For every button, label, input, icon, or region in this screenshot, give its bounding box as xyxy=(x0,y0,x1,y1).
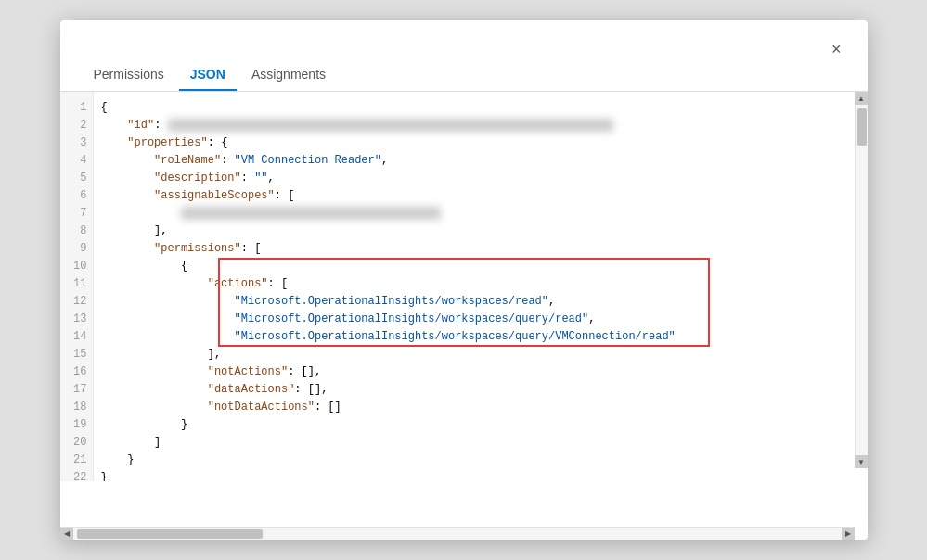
code-line-6: "assignableScopes": [ xyxy=(101,187,853,205)
code-line-5: "description": "", xyxy=(101,170,853,187)
scroll-thumb-h[interactable] xyxy=(77,529,263,539)
scroll-track-v xyxy=(856,105,868,455)
code-line-3: "properties": { xyxy=(101,134,853,152)
tab-permissions[interactable]: Permissions xyxy=(83,59,175,91)
code-line-22: } xyxy=(101,469,853,481)
code-line-16: "notActions": [], xyxy=(101,363,853,381)
code-line-20: ] xyxy=(101,434,853,452)
code-line-21: } xyxy=(101,452,853,469)
line-numbers: 12345678910111213141516171819202122 xyxy=(60,92,94,481)
code-area: { "id": "properties": { "roleName": "VM … xyxy=(94,92,868,481)
tab-assignments[interactable]: Assignments xyxy=(240,59,337,91)
scrollbar-horizontal[interactable]: ◀ ▶ xyxy=(60,527,855,540)
code-line-15: ], xyxy=(101,346,853,363)
scroll-down-arrow[interactable]: ▼ xyxy=(855,455,868,468)
scroll-thumb-v[interactable] xyxy=(857,108,867,146)
code-line-17: "dataActions": [], xyxy=(101,381,853,399)
code-line-1: { xyxy=(101,99,853,117)
dialog: × Permissions JSON Assignments 123456789… xyxy=(60,20,868,540)
code-line-12: "Microsoft.OperationalInsights/workspace… xyxy=(101,293,853,311)
code-line-18: "notDataActions": [] xyxy=(101,399,853,416)
dialog-header xyxy=(60,20,868,48)
scroll-track-h xyxy=(73,528,842,540)
scroll-right-arrow[interactable]: ▶ xyxy=(842,528,855,541)
json-inner: 12345678910111213141516171819202122 { "i… xyxy=(60,92,868,481)
code-line-19: } xyxy=(101,416,853,434)
tab-json[interactable]: JSON xyxy=(179,59,237,91)
code-line-10: { xyxy=(101,258,853,275)
code-line-9: "permissions": [ xyxy=(101,240,853,258)
json-viewer: 12345678910111213141516171819202122 { "i… xyxy=(60,92,868,481)
code-line-14: "Microsoft.OperationalInsights/workspace… xyxy=(101,328,853,346)
code-line-7 xyxy=(101,205,853,223)
scrollbar-vertical[interactable]: ▲ ▼ xyxy=(855,92,868,468)
close-button[interactable]: × xyxy=(824,37,849,61)
code-line-8: ], xyxy=(101,223,853,240)
tabs-container: Permissions JSON Assignments xyxy=(60,48,868,92)
code-line-13: "Microsoft.OperationalInsights/workspace… xyxy=(101,311,853,328)
code-line-11: "actions": [ xyxy=(101,275,853,293)
code-wrapper: { "id": "properties": { "roleName": "VM … xyxy=(94,92,868,481)
scroll-up-arrow[interactable]: ▲ xyxy=(855,92,868,105)
scroll-left-arrow[interactable]: ◀ xyxy=(60,528,73,541)
code-line-4: "roleName": "VM Connection Reader", xyxy=(101,152,853,170)
content-area: 12345678910111213141516171819202122 { "i… xyxy=(60,92,868,540)
code-line-2: "id": xyxy=(101,117,853,134)
